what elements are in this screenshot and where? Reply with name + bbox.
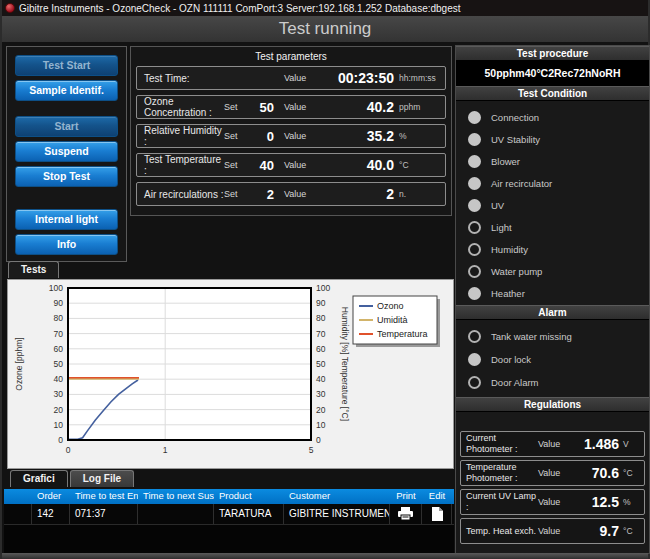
svg-text:40: 40 xyxy=(316,374,326,384)
regulation-row: Current Photometer : Value 1.486 V xyxy=(460,431,645,457)
set-value: 40 xyxy=(246,158,274,173)
suspend-button[interactable]: Suspend xyxy=(15,141,118,162)
svg-text:0: 0 xyxy=(66,445,71,455)
set-value: 50 xyxy=(246,100,274,115)
parameter-rows: Test Time: Value 00:23:50 hh:mm:ss Ozone… xyxy=(136,66,446,206)
sample-identif-button[interactable]: Sample Identif. xyxy=(15,80,118,101)
test-start-button[interactable]: Test Start xyxy=(15,55,118,76)
svg-text:50: 50 xyxy=(316,359,326,369)
condition-label: Connection xyxy=(491,112,539,123)
parameter-row: Test Temperature : Set 40 Value 40.0 °C xyxy=(136,153,446,177)
svg-text:90: 90 xyxy=(54,298,64,308)
title-bar: Gibitre Instruments - OzoneCheck - OZN 1… xyxy=(2,0,648,16)
regulation-label: Current UV Lamp : xyxy=(466,491,538,513)
regulation-label: Temperature Photometer : xyxy=(466,462,538,484)
status-led-icon xyxy=(468,111,481,124)
table-header: Order Time to test End Time to next Susp… xyxy=(4,489,454,504)
regulations-header: Regulations xyxy=(456,397,649,412)
alarm-header: Alarm xyxy=(456,305,649,320)
svg-text:80: 80 xyxy=(54,313,64,323)
printer-icon xyxy=(397,506,414,522)
condition-item: UV xyxy=(468,194,649,216)
value-label: Value xyxy=(538,526,574,536)
start-button[interactable]: Start xyxy=(15,116,118,137)
condition-item: Door Alarm xyxy=(468,371,649,394)
table-row[interactable]: 142 071:37 TARATURA GIBITRE INSTRUMENTS … xyxy=(4,504,454,525)
print-button[interactable] xyxy=(390,504,422,524)
condition-item: Light xyxy=(468,216,649,238)
unit-label: °C xyxy=(619,468,639,478)
condition-label: Water pump xyxy=(491,266,542,277)
set-label: Set xyxy=(224,189,246,199)
column-customer[interactable]: Customer xyxy=(284,489,390,504)
parameter-label: Test Temperature : xyxy=(144,154,224,176)
column-time-test-end[interactable]: Time to test End xyxy=(70,489,138,504)
current-value: 40.0 xyxy=(318,157,394,173)
unit-label: n. xyxy=(394,189,438,199)
svg-text:Ozone [pphm]: Ozone [pphm] xyxy=(14,337,24,390)
internal-light-button[interactable]: Internal light xyxy=(15,209,118,230)
current-value: 00:23:50 xyxy=(318,70,394,86)
unit-label: °C xyxy=(394,160,438,170)
parameter-label: Test Time: xyxy=(144,73,224,84)
value-label: Value xyxy=(284,131,318,141)
edit-button[interactable] xyxy=(422,504,452,524)
column-time-next-susp[interactable]: Time to next Susp. xyxy=(138,489,214,504)
condition-label: Blower xyxy=(491,156,520,167)
svg-text:60: 60 xyxy=(316,344,326,354)
value-label: Value xyxy=(538,439,574,449)
current-value: 35.2 xyxy=(318,128,394,144)
condition-label: Humidity xyxy=(491,244,528,255)
status-led-icon xyxy=(468,330,481,343)
tests-table: Order Time to test End Time to next Susp… xyxy=(4,489,454,553)
column-print[interactable]: Print xyxy=(390,489,422,504)
svg-text:100: 100 xyxy=(316,283,330,293)
regulation-row: Temperature Photometer : Value 70.6 °C xyxy=(460,460,645,486)
regulation-rows: Current Photometer : Value 1.486 V Tempe… xyxy=(456,431,649,544)
test-parameters-title: Test parameters xyxy=(136,49,446,66)
status-led-icon xyxy=(468,221,481,234)
current-value: 12.5 xyxy=(574,494,619,510)
regulation-row: Current UV Lamp : Value 12.5 % xyxy=(460,489,645,515)
condition-label: Light xyxy=(491,222,512,233)
column-order[interactable]: Order xyxy=(32,489,70,504)
condition-list: Connection UV Stability Blower Air recir… xyxy=(456,101,649,305)
current-value: 9.7 xyxy=(574,523,619,539)
svg-text:70: 70 xyxy=(316,329,326,339)
unit-label: pphm xyxy=(394,102,438,112)
parameter-row: Ozone Concentration : Set 50 Value 40.2 … xyxy=(136,95,446,119)
tab-tests[interactable]: Tests xyxy=(8,261,59,278)
value-label: Value xyxy=(284,160,318,170)
status-led-icon xyxy=(468,243,481,256)
parameter-row: Relative Humidity : Set 0 Value 35.2 % xyxy=(136,124,446,148)
set-label: Set xyxy=(224,131,246,141)
tab-log-file[interactable]: Log File xyxy=(70,470,134,487)
status-led-icon xyxy=(468,376,481,389)
row-selector[interactable] xyxy=(4,504,32,524)
app-window: Gibitre Instruments - OzoneCheck - OZN 1… xyxy=(0,0,650,559)
svg-text:10: 10 xyxy=(54,420,64,430)
value-label: Value xyxy=(538,497,574,507)
page-title: Test running xyxy=(279,19,372,39)
test-chart: 0010102020303040405050606070708080909010… xyxy=(8,280,453,468)
unit-label: hh:mm:ss xyxy=(394,73,438,83)
page-header: Test running xyxy=(2,16,648,42)
window-title: Gibitre Instruments - OzoneCheck - OZN 1… xyxy=(19,3,461,14)
test-procedure-value: 50pphm40°C2Rec72hNoRH xyxy=(456,61,649,86)
column-product[interactable]: Product xyxy=(214,489,284,504)
status-led-icon xyxy=(468,353,481,366)
parameter-label: Relative Humidity : xyxy=(144,125,224,147)
column-edit[interactable]: Edit xyxy=(422,489,452,504)
svg-text:30: 30 xyxy=(316,389,326,399)
condition-label: Air recirculator xyxy=(491,178,552,189)
svg-text:1: 1 xyxy=(163,445,168,455)
unit-label: V xyxy=(619,439,639,449)
stop-test-button[interactable]: Stop Test xyxy=(15,166,118,187)
unit-label: % xyxy=(394,131,438,141)
set-label: Set xyxy=(224,102,246,112)
condition-label: UV Stability xyxy=(491,134,540,145)
info-button[interactable]: Info xyxy=(15,234,118,255)
regulation-row: Temp. Heat exch. Value 9.7 °C xyxy=(460,518,645,544)
tab-grafici[interactable]: Grafici xyxy=(10,470,68,487)
alarm-list: Tank water missing Door lock Door Alarm xyxy=(456,320,649,392)
